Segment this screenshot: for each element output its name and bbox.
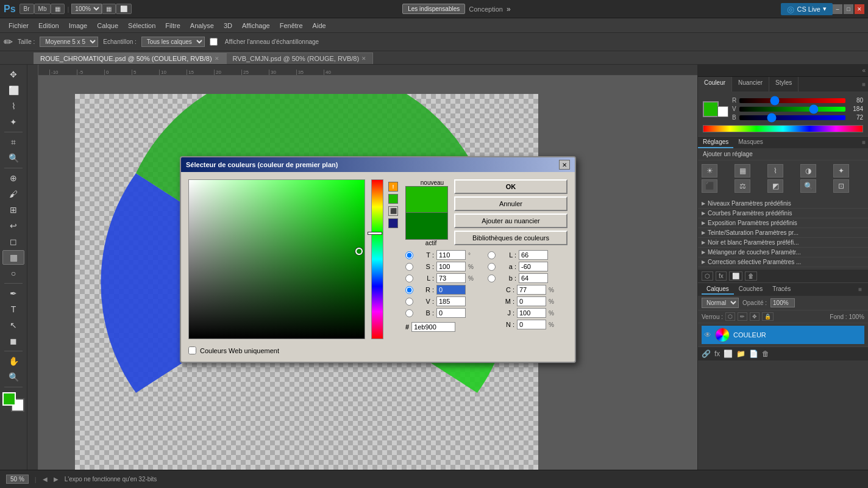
view-mode2-button[interactable]: ⬜ bbox=[116, 4, 132, 14]
web-color-icon[interactable] bbox=[388, 218, 398, 228]
layer-item-couleur[interactable]: 👁 COULEUR bbox=[702, 326, 864, 344]
adj-photofilter[interactable]: 🔍 bbox=[800, 179, 816, 193]
radio-a[interactable] bbox=[488, 263, 496, 271]
workspace-button[interactable]: Les indispensables bbox=[402, 4, 465, 14]
layers-tab-calques[interactable]: Calques bbox=[702, 284, 734, 295]
B-input[interactable] bbox=[436, 308, 466, 318]
tab-roue-close[interactable]: ✕ bbox=[215, 56, 219, 62]
adj-row-1[interactable]: ▶ Courbes Paramètres prédéfinis bbox=[698, 209, 868, 218]
arrangement-button[interactable]: ▦ bbox=[51, 4, 65, 14]
tool-eyedropper[interactable]: 🔍 bbox=[2, 151, 24, 165]
gamut-warning-icon[interactable]: ! bbox=[388, 182, 398, 192]
adj-brightness[interactable]: ☀ bbox=[702, 164, 717, 178]
tool-crop[interactable]: ⌗ bbox=[2, 135, 24, 149]
tab-couleur[interactable]: Couleur bbox=[698, 77, 732, 92]
nav-next[interactable]: ▶ bbox=[54, 476, 59, 483]
V-input[interactable] bbox=[436, 296, 466, 306]
tool-shapes[interactable]: ◼ bbox=[2, 334, 24, 348]
R-input[interactable] bbox=[436, 285, 466, 295]
adj-bw[interactable]: ◩ bbox=[767, 179, 783, 193]
b2-input[interactable] bbox=[519, 273, 548, 283]
adj-row-5[interactable]: ▶ Mélangeur de couches Paramètr... bbox=[698, 248, 868, 257]
tool-magic-wand[interactable]: ✦ bbox=[2, 115, 24, 129]
color-new-box[interactable] bbox=[405, 186, 448, 240]
V-slider[interactable] bbox=[739, 107, 845, 112]
layers-tab-couches[interactable]: Couches bbox=[734, 284, 767, 295]
adjustments-panel-menu[interactable]: ≡ bbox=[859, 137, 868, 148]
menu-image[interactable]: Image bbox=[64, 21, 93, 30]
add-style-button[interactable]: fx bbox=[714, 350, 720, 358]
adj-curves[interactable]: ⌇ bbox=[767, 164, 783, 178]
expand-panel-icon[interactable]: ⬡ bbox=[702, 271, 713, 281]
web-safe-color-box[interactable] bbox=[388, 194, 398, 204]
tool-heal[interactable]: ⊕ bbox=[2, 171, 24, 185]
a-input[interactable] bbox=[519, 262, 548, 271]
R-slider[interactable] bbox=[739, 98, 845, 103]
adj-row-6[interactable]: ▶ Correction sélective Paramètres ... bbox=[698, 257, 868, 267]
window-minimize-button[interactable]: – bbox=[833, 4, 842, 14]
adj-vibrance[interactable]: ✦ bbox=[833, 164, 849, 178]
view-mode-button[interactable]: ▦ bbox=[102, 4, 116, 14]
radio-L[interactable] bbox=[405, 274, 413, 282]
bibliotheques-button[interactable]: Bibliothèques de couleurs bbox=[454, 231, 567, 245]
menu-edition[interactable]: Edition bbox=[34, 21, 64, 30]
tab-rvb-close[interactable]: ✕ bbox=[361, 56, 366, 62]
ajouter-button[interactable]: Ajouter au nuancier bbox=[454, 214, 567, 228]
tab-masques[interactable]: Masques bbox=[733, 137, 768, 148]
color-panel-menu[interactable]: ≡ bbox=[859, 77, 868, 92]
adj-row-4[interactable]: ▶ Noir et blanc Paramètres préféfi... bbox=[698, 238, 868, 248]
tab-nuancier[interactable]: Nuancier bbox=[732, 77, 769, 92]
tool-path-select[interactable]: ↖ bbox=[2, 318, 24, 332]
foreground-color-swatch[interactable] bbox=[2, 392, 16, 406]
menu-analyse[interactable]: Analyse bbox=[185, 21, 219, 30]
radio-R[interactable] bbox=[405, 286, 413, 294]
nav-prev[interactable]: ◀ bbox=[43, 476, 48, 483]
echantillon-select[interactable]: Tous les calques bbox=[141, 37, 205, 47]
expand-button[interactable]: » bbox=[507, 5, 511, 13]
opacity-input[interactable] bbox=[770, 298, 795, 307]
S-input[interactable] bbox=[436, 262, 466, 271]
tool-eraser[interactable]: ◻ bbox=[2, 234, 24, 249]
bg-color-small[interactable] bbox=[717, 106, 728, 117]
radio-L2[interactable] bbox=[488, 251, 496, 259]
delete-layer-button[interactable]: 🗑 bbox=[762, 350, 769, 358]
hex-input[interactable] bbox=[411, 322, 455, 332]
M-input[interactable] bbox=[517, 296, 546, 306]
N-input[interactable] bbox=[517, 320, 546, 329]
radio-V[interactable] bbox=[405, 298, 413, 306]
ok-button[interactable]: OK bbox=[454, 179, 567, 194]
blending-mode-select[interactable]: Normal bbox=[702, 298, 739, 308]
mini-button[interactable]: Mb bbox=[34, 4, 51, 14]
tab-roue[interactable]: ROUE_CHROMATIQUE.psd @ 50% (COULEUR, RVB… bbox=[34, 52, 226, 64]
adj-row-3[interactable]: ▶ Teinte/Saturation Paramètres pr... bbox=[698, 228, 868, 238]
tool-gradient[interactable]: ▦ bbox=[2, 250, 24, 265]
color-gradient-picker[interactable] bbox=[188, 179, 366, 339]
menu-calque[interactable]: Calque bbox=[92, 21, 123, 30]
panel-collapse-button[interactable]: « bbox=[862, 67, 866, 74]
menu-3d[interactable]: 3D bbox=[219, 21, 237, 30]
adj-row-2[interactable]: ▶ Exposition Paramètres prédéfinis bbox=[698, 218, 868, 228]
canvas-area[interactable]: -10 -5 0 5 10 15 20 25 30 35 40 bbox=[27, 65, 697, 470]
radio-T[interactable] bbox=[405, 251, 413, 259]
bridge-button[interactable]: Br bbox=[20, 4, 34, 14]
new-group-button[interactable]: 📁 bbox=[736, 350, 745, 358]
annuler-button[interactable]: Annuler bbox=[454, 196, 567, 211]
tab-styles[interactable]: Styles bbox=[769, 77, 799, 92]
zoom-select[interactable]: 100% bbox=[71, 4, 102, 14]
adj-exposure[interactable]: ◑ bbox=[800, 164, 816, 178]
menu-aide[interactable]: Aide bbox=[308, 21, 331, 30]
tool-clone[interactable]: ⊞ bbox=[2, 203, 24, 217]
adj-channelmix[interactable]: ⊡ bbox=[833, 179, 849, 193]
lock-position-button[interactable]: ✥ bbox=[750, 312, 760, 321]
adj-colorbalance[interactable]: ⚖ bbox=[735, 179, 750, 193]
menu-fenetre[interactable]: Fenêtre bbox=[275, 21, 308, 30]
tool-lasso[interactable]: ⌇ bbox=[2, 99, 24, 113]
tool-dodge[interactable]: ○ bbox=[2, 266, 24, 281]
menu-fichier[interactable]: Fichier bbox=[4, 21, 34, 30]
menu-affichage[interactable]: Affichage bbox=[237, 21, 275, 30]
cs-live-button[interactable]: ◎ CS Live ▾ bbox=[781, 3, 833, 15]
layers-panel-menu[interactable]: ≡ bbox=[856, 284, 864, 295]
radio-b2[interactable] bbox=[488, 274, 496, 282]
adj-levels[interactable]: ▦ bbox=[735, 164, 750, 178]
L2-input[interactable] bbox=[519, 250, 548, 260]
